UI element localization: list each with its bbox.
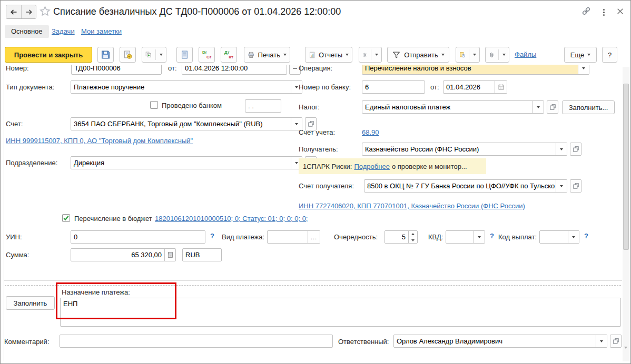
post-document-button[interactable] [120, 47, 136, 63]
recipient-inn-link[interactable]: ИНН 7727406020, КПП 770701001, Казначейс… [299, 202, 525, 210]
doc-type-field[interactable]: Платежное поручение [71, 80, 302, 94]
division-field[interactable]: Дирекция [71, 156, 302, 169]
dr-cr-button[interactable]: DrCr [199, 47, 215, 63]
accounting-account-label: Счет учета: [299, 128, 335, 136]
post-and-close-button[interactable]: Провести и закрыть [5, 47, 92, 63]
tab-main[interactable]: Основное [5, 25, 49, 38]
more-actions-button[interactable]: Еще [564, 47, 597, 63]
save-button[interactable] [97, 47, 114, 63]
dropdown-button[interactable] [556, 180, 567, 192]
open-tax-button[interactable] [547, 100, 558, 114]
page-title: Списание безналичных ДС ТД00-П000006 от … [53, 6, 341, 17]
schedule-document-button[interactable] [456, 47, 480, 63]
dt-kt-button[interactable]: ДтКт [221, 47, 237, 63]
calendar-icon [498, 84, 505, 90]
budget-transfer-checkbox[interactable] [62, 214, 70, 222]
spark-details-link[interactable]: Подробнее [354, 163, 389, 170]
tab-my-notes[interactable]: Мои заметки [81, 27, 122, 35]
reports-button[interactable]: Отчеты [305, 47, 352, 63]
date-time-field[interactable]: 01.04.2026 12:00:00 [182, 65, 287, 75]
budget-details-link[interactable]: 18201061201010000510; 0; Статус: 01; 0; … [155, 215, 308, 223]
fill-purpose-button[interactable]: Заполнить [6, 296, 55, 310]
dropdown-caret-icon[interactable] [441, 54, 445, 56]
dropdown-caret-icon[interactable] [160, 54, 163, 56]
dropdown-caret-icon[interactable] [502, 54, 506, 56]
uin-help-icon[interactable]: ? [210, 232, 214, 240]
recipient-field[interactable]: Казначейство России (ФНС России) [362, 143, 567, 156]
dropdown-caret-icon[interactable] [473, 54, 476, 56]
open-recipient-button[interactable] [570, 143, 581, 156]
calculator-button[interactable] [164, 249, 175, 261]
settings-button[interactable] [359, 47, 382, 63]
open-recipient-account-button[interactable] [570, 179, 581, 193]
dropdown-button[interactable] [556, 143, 567, 155]
budget-transfer-label: Перечисление в бюджет [74, 215, 152, 223]
payout-code-field[interactable] [539, 230, 579, 244]
comment-field[interactable] [60, 335, 333, 348]
forward-button[interactable] [21, 5, 36, 18]
attachments-button[interactable] [485, 47, 509, 63]
dropdown-button[interactable] [596, 335, 607, 347]
bank-posted-checkbox[interactable] [150, 101, 158, 109]
tax-field[interactable]: Единый налоговый платеж [362, 100, 544, 114]
favorite-star-icon[interactable] [39, 5, 51, 19]
files-link[interactable]: Файлы [515, 50, 536, 58]
responsible-label: Ответственный: [338, 338, 389, 346]
more-menu-icon[interactable] [603, 9, 605, 16]
operation-field[interactable]: Перечисление налогов и взносов [362, 65, 589, 75]
fill-tax-button[interactable]: Заполнить... [562, 100, 615, 114]
priority-field[interactable]: 5 [384, 230, 418, 244]
close-icon[interactable] [616, 7, 624, 17]
payment-purpose-textarea[interactable]: ЕНП [60, 298, 621, 327]
scroll-down-icon[interactable] [624, 349, 627, 358]
dropdown-button[interactable] [568, 231, 579, 243]
responsible-field[interactable]: Орлов Александр Владимирович [393, 335, 607, 348]
bank-posted-label: Проведено банком [162, 102, 222, 109]
form-left-border [4, 65, 4, 361]
currency-field[interactable]: RUB [182, 248, 222, 261]
choose-button[interactable]: ... [308, 231, 320, 243]
payment-kind-field[interactable]: ... [267, 230, 320, 244]
get-link-icon[interactable] [581, 6, 591, 18]
print-button[interactable]: Печать [244, 47, 290, 63]
kvd-help-icon[interactable]: ? [490, 232, 494, 240]
clipped-form-row: Номер: ТД00-П000006 от: 01.04.2026 12:00… [1, 65, 622, 76]
open-icon [573, 183, 579, 189]
bank-number-field[interactable]: 6 [362, 80, 425, 94]
operation-label: Операция: [299, 65, 332, 72]
save-icon [101, 50, 110, 59]
bank-posted-date-field[interactable]: . . [245, 99, 281, 113]
payer-inn-link[interactable]: ИНН 9999115007, КПП 0, АО "Торговый дом … [6, 137, 193, 145]
create-based-on-button[interactable] [142, 47, 166, 63]
help-button[interactable]: ? [602, 47, 617, 63]
dropdown-button[interactable] [474, 231, 485, 243]
priority-spinner[interactable] [408, 231, 417, 243]
bank-number-label: Номер по банку: [299, 83, 351, 91]
uin-field[interactable]: 0 [71, 230, 205, 244]
calendar-button[interactable] [495, 81, 507, 93]
dropdown-caret-icon[interactable] [346, 54, 349, 56]
number-field[interactable]: ТД00-П000006 [71, 65, 162, 75]
vertical-scrollbar[interactable] [623, 67, 629, 361]
send-button[interactable]: Отправить [387, 47, 449, 63]
splitter-handle[interactable] [5, 285, 621, 286]
dropdown-button[interactable] [533, 101, 544, 113]
registers-button[interactable] [176, 47, 193, 63]
open-responsible-button[interactable] [610, 335, 622, 348]
account-field[interactable]: 3654 ПАО СБЕРБАНК, Торговый дом "Комплек… [71, 117, 302, 130]
dropdown-caret-icon[interactable] [283, 54, 287, 56]
back-button[interactable] [6, 5, 21, 18]
amount-field[interactable]: 65 320,00 [71, 248, 176, 261]
payout-code-help-icon[interactable]: ? [584, 232, 588, 240]
recipient-account-field[interactable]: 8500 в ОКЦ № 7 ГУ Банка России по ЦФО//У… [364, 179, 567, 193]
scrollbar-thumb[interactable] [623, 84, 629, 250]
tab-tasks[interactable]: Задачи [52, 27, 75, 35]
kvd-field[interactable] [446, 230, 485, 244]
accounting-account-link[interactable]: 68.90 [362, 128, 379, 136]
dropdown-caret-icon[interactable] [375, 54, 378, 56]
dropdown-caret-icon[interactable] [587, 54, 590, 56]
dropdown-button[interactable] [578, 65, 589, 74]
bank-date-field[interactable]: 01.04.2026 [443, 80, 507, 94]
priority-label: Очередность: [334, 233, 378, 241]
bank-date-from-label: от: [430, 83, 439, 91]
